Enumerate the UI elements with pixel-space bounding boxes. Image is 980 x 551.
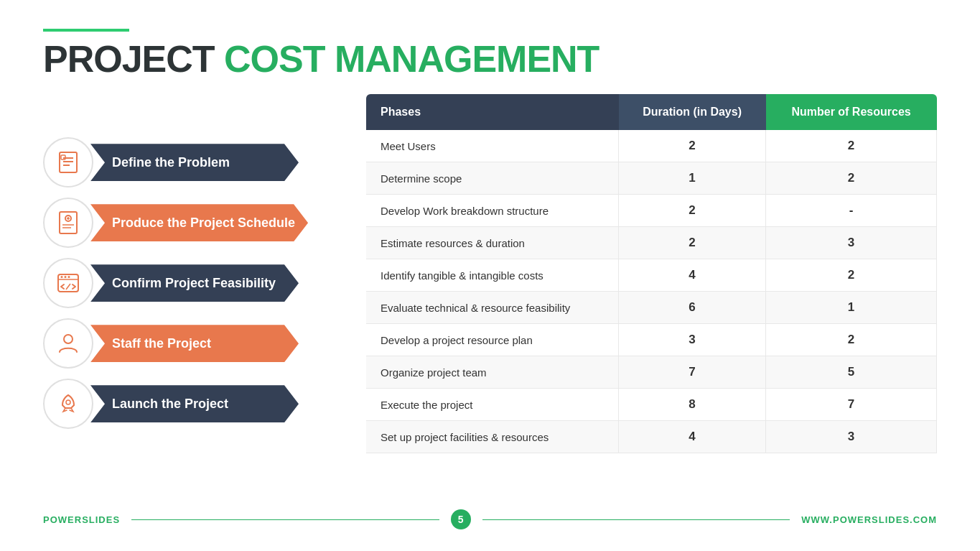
person-icon xyxy=(55,330,81,356)
cell-resources: 7 xyxy=(766,389,937,421)
cell-resources: 2 xyxy=(766,162,937,195)
cell-duration: 6 xyxy=(619,292,766,324)
phase-label-produce: Produce the Project Schedule xyxy=(90,204,308,241)
phase-icon-define xyxy=(43,137,93,187)
phase-arrow-define: Define the Problem xyxy=(90,144,299,181)
phase-item-define: Define the Problem xyxy=(43,137,352,187)
cell-phase: Meet Users xyxy=(366,130,619,162)
cell-duration: 7 xyxy=(619,356,766,389)
svg-point-18 xyxy=(66,400,70,404)
phases-list: Define the Problem xyxy=(43,94,352,429)
table-row: Determine scope12 xyxy=(366,162,937,195)
footer-divider-left xyxy=(131,519,439,520)
cell-duration: 2 xyxy=(619,195,766,227)
phase-label-staff: Staff the Project xyxy=(90,325,299,362)
cell-resources: 5 xyxy=(766,356,937,389)
cell-resources: - xyxy=(766,195,937,227)
cell-resources: 2 xyxy=(766,130,937,162)
cell-duration: 4 xyxy=(619,259,766,292)
cell-duration: 8 xyxy=(619,389,766,421)
phase-icon-produce xyxy=(43,198,93,248)
rocket-icon xyxy=(55,391,81,417)
col-header-duration: Duration (in Days) xyxy=(619,94,766,130)
footer-url: WWW.POWERSLIDES.COM xyxy=(801,514,937,525)
cell-phase: Evaluate technical & resource feasibilit… xyxy=(366,292,619,324)
footer: POWERSLIDES 5 WWW.POWERSLIDES.COM xyxy=(43,502,937,529)
svg-point-13 xyxy=(61,276,63,278)
svg-point-14 xyxy=(65,276,67,278)
page-title: PROJECT COST MANAGEMENT xyxy=(43,39,937,80)
table-row: Develop a project resource plan32 xyxy=(366,324,937,356)
phase-item-confirm: Confirm Project Feasibility xyxy=(43,258,352,308)
table-row: Execute the project87 xyxy=(366,389,937,421)
phase-label-launch: Launch the Project xyxy=(90,385,299,422)
phase-icon-launch xyxy=(43,379,93,429)
cell-duration: 1 xyxy=(619,162,766,195)
phase-item-produce: Produce the Project Schedule xyxy=(43,198,352,248)
table-header-row: Phases Duration (in Days) Number of Reso… xyxy=(366,94,937,130)
data-table: Phases Duration (in Days) Number of Reso… xyxy=(366,94,937,453)
phase-item-launch: Launch the Project xyxy=(43,379,352,429)
footer-divider-right xyxy=(482,519,790,520)
svg-point-15 xyxy=(68,276,70,278)
cell-phase: Organize project team xyxy=(366,356,619,389)
code-icon xyxy=(55,270,81,296)
brand-slides: SLIDES xyxy=(82,514,120,525)
phase-arrow-launch: Launch the Project xyxy=(90,385,299,422)
table-area: Phases Duration (in Days) Number of Reso… xyxy=(352,94,937,453)
footer-brand-left: POWERSLIDES xyxy=(43,514,120,525)
phase-label-confirm: Confirm Project Feasibility xyxy=(90,264,299,302)
svg-line-16 xyxy=(66,284,70,290)
table-row: Meet Users22 xyxy=(366,130,937,162)
cell-duration: 2 xyxy=(619,130,766,162)
page-number: 5 xyxy=(451,509,471,529)
svg-point-17 xyxy=(64,335,73,343)
cell-duration: 3 xyxy=(619,324,766,356)
col-header-phases: Phases xyxy=(366,94,619,130)
cell-phase: Develop Work breakdown structure xyxy=(366,195,619,227)
phase-item-staff: Staff the Project xyxy=(43,318,352,369)
cell-duration: 2 xyxy=(619,227,766,259)
phase-icon-staff xyxy=(43,318,93,369)
cell-resources: 3 xyxy=(766,421,937,453)
table-row: Identify tangible & intangible costs42 xyxy=(366,259,937,292)
table-row: Evaluate technical & resource feasibilit… xyxy=(366,292,937,324)
slide: PROJECT COST MANAGEMENT xyxy=(0,0,980,551)
cell-resources: 2 xyxy=(766,259,937,292)
cell-resources: 2 xyxy=(766,324,937,356)
col-header-resources: Number of Resources xyxy=(766,94,937,130)
title-project: PROJECT xyxy=(43,38,224,80)
checklist-icon xyxy=(55,149,81,175)
phase-label-define: Define the Problem xyxy=(90,144,299,181)
table-body: Meet Users22Determine scope12Develop Wor… xyxy=(366,130,937,453)
phase-icon-confirm xyxy=(43,258,93,308)
cell-phase: Estimate resources & duration xyxy=(366,227,619,259)
cell-resources: 1 xyxy=(766,292,937,324)
table-row: Set up project facilities & resources43 xyxy=(366,421,937,453)
accent-line xyxy=(43,29,129,32)
cell-duration: 4 xyxy=(619,421,766,453)
phase-arrow-staff: Staff the Project xyxy=(90,325,299,362)
invoice-icon xyxy=(55,210,81,236)
phase-arrow-confirm: Confirm Project Feasibility xyxy=(90,264,299,302)
cell-phase: Develop a project resource plan xyxy=(366,324,619,356)
cell-phase: Determine scope xyxy=(366,162,619,195)
header: PROJECT COST MANAGEMENT xyxy=(43,29,937,80)
cell-phase: Set up project facilities & resources xyxy=(366,421,619,453)
table-row: Develop Work breakdown structure2- xyxy=(366,195,937,227)
table-row: Estimate resources & duration23 xyxy=(366,227,937,259)
cell-resources: 3 xyxy=(766,227,937,259)
title-cost: COST MANAGEMENT xyxy=(224,38,599,80)
table-row: Organize project team75 xyxy=(366,356,937,389)
cell-phase: Identify tangible & intangible costs xyxy=(366,259,619,292)
cell-phase: Execute the project xyxy=(366,389,619,421)
content-area: Define the Problem xyxy=(43,94,937,499)
phase-arrow-produce: Produce the Project Schedule xyxy=(90,204,308,241)
brand-power: POWER xyxy=(43,514,82,525)
